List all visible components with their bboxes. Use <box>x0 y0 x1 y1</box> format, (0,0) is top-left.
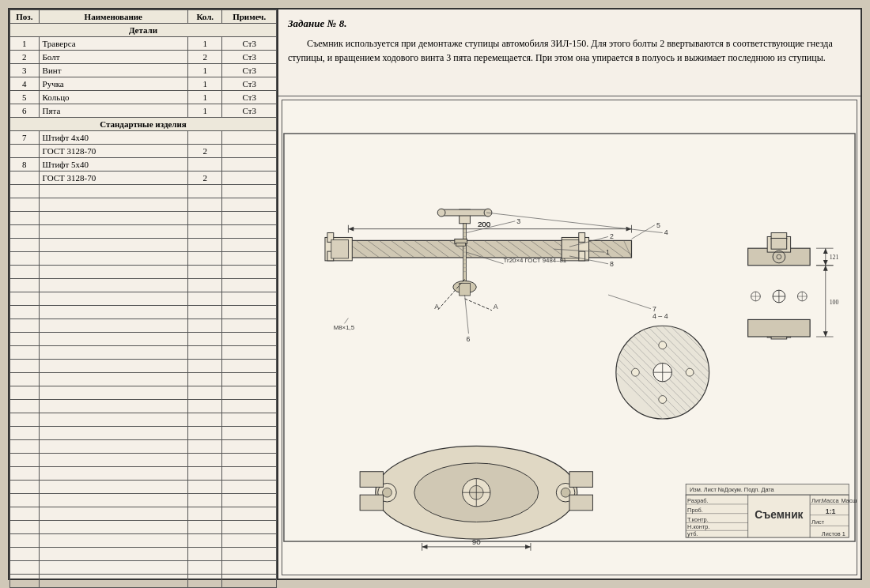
qty-2: 2 <box>188 51 222 64</box>
svg-rect-56 <box>460 283 471 296</box>
svg-point-114 <box>659 396 667 404</box>
svg-text:7: 7 <box>652 305 656 313</box>
svg-text:90: 90 <box>472 537 481 546</box>
qty-3: 1 <box>188 64 222 77</box>
svg-rect-34 <box>579 251 585 261</box>
qty-6: 1 <box>188 104 222 118</box>
svg-rect-157 <box>360 495 383 511</box>
left-panel: Поз. Наименование Кол. Примеч. Детали 1 … <box>9 9 278 579</box>
empty-row <box>10 346 277 360</box>
note-5: Ст3 <box>222 91 277 104</box>
empty-row <box>10 319 277 333</box>
svg-line-106 <box>694 326 709 341</box>
name-8a: Штифт 5х40 <box>39 158 187 172</box>
svg-marker-163 <box>422 545 428 549</box>
svg-text:1:1: 1:1 <box>826 507 836 515</box>
note-8a <box>222 158 277 172</box>
empty-row <box>10 575 277 588</box>
svg-rect-31 <box>331 239 349 258</box>
svg-line-107 <box>702 326 709 334</box>
svg-text:3: 3 <box>516 217 520 225</box>
pos-2: 2 <box>10 51 40 64</box>
empty-row <box>10 521 277 534</box>
empty-row <box>10 494 277 507</box>
name-3: Винт <box>39 64 187 77</box>
table-row: 6 Пята 1 Ст3 <box>10 104 277 118</box>
name-7a: Штифт 4х40 <box>39 131 187 145</box>
pos-6: 6 <box>10 104 40 118</box>
pos-8b <box>10 172 40 185</box>
empty-row <box>10 239 277 252</box>
table-row: ГОСТ 3128-70 2 <box>10 145 277 158</box>
pos-7b <box>10 145 40 158</box>
svg-text:4 – 4: 4 – 4 <box>652 312 668 320</box>
svg-marker-143 <box>823 331 828 337</box>
empty-row <box>10 212 277 225</box>
svg-point-111 <box>631 368 639 376</box>
empty-row <box>10 225 277 239</box>
name-5: Кольцо <box>39 91 187 104</box>
empty-row <box>10 481 277 494</box>
table-row: 2 Болт 2 Ст3 <box>10 51 277 64</box>
task-body: Съемник используется при демонтаже ступи… <box>288 36 851 65</box>
empty-row <box>10 266 277 279</box>
svg-text:100: 100 <box>830 299 839 306</box>
table-row: 1 Траверса 1 Ст3 <box>10 37 277 51</box>
qty-8b: 2 <box>188 172 222 185</box>
empty-row <box>10 454 277 467</box>
svg-marker-137 <box>823 260 828 266</box>
svg-text:Н.контр.: Н.контр. <box>687 523 709 530</box>
svg-rect-35 <box>562 239 579 258</box>
svg-rect-159 <box>569 495 592 511</box>
col-header-name: Наименование <box>39 10 187 24</box>
svg-point-113 <box>659 341 667 349</box>
svg-text:Проб.: Проб. <box>687 507 703 514</box>
qty-5: 1 <box>188 91 222 104</box>
empty-row <box>10 292 277 306</box>
svg-text:Листов 1: Листов 1 <box>822 530 845 537</box>
drawing-area: A A 200 200 Tr20×4 ГОСТ 9484–81 3 <box>282 100 857 575</box>
empty-row <box>10 373 277 386</box>
qty-1: 1 <box>188 37 222 51</box>
svg-marker-142 <box>823 266 828 271</box>
svg-text:Tr20×4 ГОСТ 9484–81: Tr20×4 ГОСТ 9484–81 <box>504 257 567 264</box>
svg-marker-64 <box>348 227 354 232</box>
section-standard: Стандартные изделия <box>10 118 277 131</box>
svg-text:8: 8 <box>610 260 614 268</box>
svg-point-53 <box>437 209 445 217</box>
svg-text:A: A <box>434 303 439 311</box>
empty-row <box>10 306 277 319</box>
svg-line-77 <box>631 225 654 239</box>
pos-1: 1 <box>10 37 40 51</box>
parts-table: Поз. Наименование Кол. Примеч. Детали 1 … <box>9 9 277 588</box>
note-7b <box>222 145 277 158</box>
svg-line-81 <box>608 295 651 309</box>
svg-rect-158 <box>569 472 592 488</box>
col-header-note: Примеч. <box>222 10 277 24</box>
section-detali: Детали <box>10 24 277 37</box>
name-1: Траверса <box>39 37 187 51</box>
qty-7b: 2 <box>188 145 222 158</box>
empty-row <box>10 413 277 427</box>
right-panel: Задание № 8. Съемник используется при де… <box>278 9 861 579</box>
svg-text:5: 5 <box>656 221 660 229</box>
svg-text:утб.: утб. <box>687 530 698 537</box>
svg-point-150 <box>561 488 570 497</box>
svg-line-69 <box>467 221 516 233</box>
pos-5: 5 <box>10 91 40 104</box>
svg-rect-33 <box>579 233 585 243</box>
svg-line-59 <box>465 299 492 311</box>
svg-point-112 <box>686 368 694 376</box>
name-2: Болт <box>39 51 187 64</box>
svg-marker-136 <box>823 248 828 254</box>
svg-rect-156 <box>360 472 383 488</box>
svg-text:6: 6 <box>467 335 471 343</box>
svg-text:M8×1,5: M8×1,5 <box>334 324 355 331</box>
table-row: 7 Штифт 4х40 <box>10 131 277 145</box>
svg-text:Съемник: Съемник <box>755 509 803 521</box>
svg-marker-164 <box>525 545 531 549</box>
note-7a <box>222 131 277 145</box>
svg-line-85 <box>344 318 348 323</box>
empty-row <box>10 198 277 212</box>
empty-row <box>10 360 277 373</box>
